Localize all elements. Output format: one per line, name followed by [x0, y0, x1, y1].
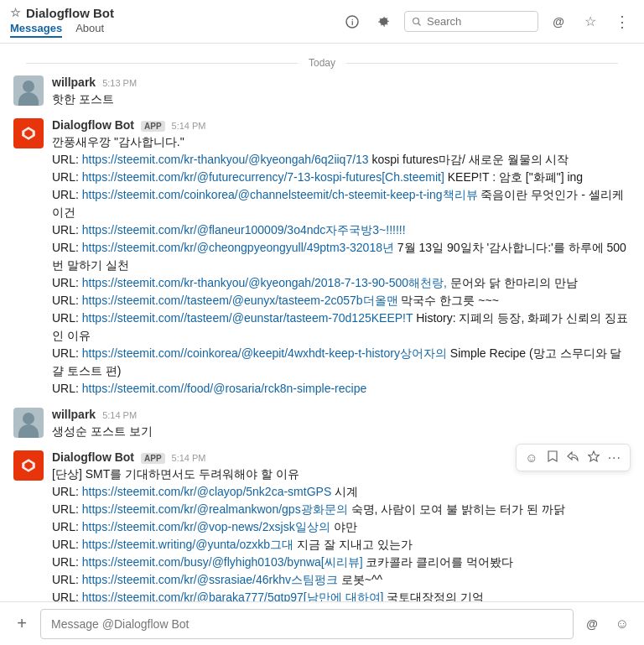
sender-name: willpark — [52, 408, 96, 421]
input-right-icons: @ ☺ — [580, 612, 634, 636]
app-container: ☆ Dialogflow Bot Messages About i — [0, 0, 644, 645]
message-meta: Dialogflow Bot APP 5:14 PM — [52, 118, 631, 132]
header-nav: Messages About — [10, 22, 340, 38]
link[interactable]: https://steemit.com/kr/@ssrasiae/46rkhv스… — [82, 573, 338, 586]
message-text: [단상] SMT를 기대하면서도 두려워해야 할 이유 URL: https:/… — [52, 466, 631, 601]
timestamp: 5:13 PM — [102, 78, 137, 88]
emoji-input-button[interactable]: ☺ — [610, 612, 634, 636]
avatar — [13, 75, 44, 106]
add-button[interactable]: + — [10, 612, 34, 636]
timestamp: 5:14 PM — [102, 410, 137, 420]
svg-text:i: i — [351, 18, 354, 27]
search-input[interactable] — [427, 15, 519, 28]
app-badge: APP — [141, 453, 165, 464]
header: ☆ Dialogflow Bot Messages About i — [0, 0, 644, 44]
sender-name: Dialogflow Bot — [52, 118, 134, 132]
nav-messages[interactable]: Messages — [10, 22, 62, 38]
avatar — [13, 450, 44, 481]
link[interactable]: https://steemit.com//tasteem/@eunyx/tast… — [82, 294, 398, 307]
link[interactable]: https://steemit.com/kr/@flaneur100009/3o… — [82, 223, 406, 237]
reply-button[interactable] — [565, 449, 581, 466]
sender-name: willpark — [52, 75, 96, 89]
message-meta: willpark 5:13 PM — [52, 75, 631, 89]
input-area: + @ ☺ — [0, 601, 644, 645]
link[interactable]: https://steemit.writing/@yunta/ozxkb그대 — [82, 538, 293, 551]
message-content: Dialogflow Bot APP 5:14 PM 깐풍새우깡 "감사합니다.… — [52, 118, 631, 398]
link[interactable]: https://steemit.com/kr/@baraka777/5gtp97… — [82, 590, 384, 601]
link[interactable]: https://steemit.com/coinkorea/@channelst… — [82, 188, 478, 201]
message-text: 핫한 포스트 — [52, 91, 631, 108]
message-row: Dialogflow Bot APP 5:14 PM 깐풍새우깡 "감사합니다.… — [13, 118, 631, 398]
link[interactable]: https://steemit.com/kr/@cheongpyeongyull… — [82, 241, 394, 254]
message-text: 생성순 포스트 보기 — [52, 423, 631, 440]
message-row: willpark 5:13 PM 핫한 포스트 — [13, 75, 631, 108]
sender-name: Dialogflow Bot — [52, 450, 134, 464]
link[interactable]: https://steemit.com//coinkorea/@keepit/4… — [82, 346, 447, 360]
avatar — [13, 118, 44, 148]
link[interactable]: https://steemit.com/kr/@futurecurrency/7… — [82, 170, 444, 184]
channel-title: ☆ Dialogflow Bot — [10, 6, 340, 20]
link[interactable]: https://steemit.com/kr/@clayop/5nk2ca-sm… — [82, 485, 331, 498]
timestamp: 5:14 PM — [172, 121, 206, 131]
star-icon[interactable]: ☆ — [10, 6, 21, 19]
link[interactable]: https://steemit.com/kr-thankyou/@kyeonga… — [82, 276, 447, 289]
nav-about[interactable]: About — [75, 22, 104, 38]
emoji-button[interactable]: ☺ — [523, 449, 539, 466]
link[interactable]: https://steemit.com/kr/@vop-news/2xsjsk일… — [82, 520, 330, 533]
timestamp: 5:14 PM — [172, 453, 206, 463]
settings-button[interactable] — [372, 10, 396, 34]
date-divider: Today — [13, 57, 631, 69]
bookmark-button[interactable] — [545, 448, 560, 467]
more-toolbar-button[interactable]: ··· — [606, 449, 623, 467]
link[interactable]: https://steemit.com//food/@rosaria/rck8n… — [82, 382, 366, 395]
message-row: ☺ ··· Dialogflow Bot — [13, 450, 631, 601]
svg-point-2 — [413, 18, 419, 23]
at-input-button[interactable]: @ — [580, 612, 604, 636]
message-content: ☺ ··· Dialogflow Bot — [52, 450, 631, 601]
messages-area: Today willpark 5:13 PM 핫한 포스트 — [0, 44, 644, 601]
star-toolbar-button[interactable] — [586, 449, 601, 466]
link[interactable]: https://steemit.com/kr-thankyou/@kyeonga… — [82, 153, 369, 166]
message-content: willpark 5:14 PM 생성순 포스트 보기 — [52, 408, 631, 440]
header-right: i @ ☆ ⋮ — [340, 10, 634, 34]
search-icon — [412, 17, 422, 27]
info-button[interactable]: i — [340, 10, 364, 34]
message-text: 깐풍새우깡 "감사합니다." URL: https://steemit.com/… — [52, 133, 631, 398]
at-button[interactable]: @ — [547, 10, 570, 34]
channel-name: Dialogflow Bot — [26, 6, 114, 20]
header-left: ☆ Dialogflow Bot Messages About — [10, 6, 340, 38]
svg-marker-6 — [588, 451, 599, 461]
reaction-toolbar: ☺ ··· — [516, 444, 631, 471]
message-input[interactable] — [40, 609, 574, 639]
link[interactable]: https://steemit.com//tasteem/@eunstar/ta… — [82, 311, 413, 325]
star-button[interactable]: ☆ — [579, 10, 602, 34]
link[interactable]: https://steemit.com/busy/@flyhigh0103/by… — [82, 555, 363, 569]
message-row: willpark 5:14 PM 생성순 포스트 보기 — [13, 408, 631, 440]
more-button[interactable]: ⋮ — [610, 10, 634, 34]
message-meta: willpark 5:14 PM — [52, 408, 631, 421]
message-content: willpark 5:13 PM 핫한 포스트 — [52, 75, 631, 108]
link[interactable]: https://steemit.com/kr/@realmankwon/gps광… — [82, 502, 348, 516]
svg-line-3 — [418, 23, 421, 25]
search-box[interactable] — [404, 11, 538, 32]
app-badge: APP — [141, 121, 165, 132]
avatar — [13, 408, 44, 438]
